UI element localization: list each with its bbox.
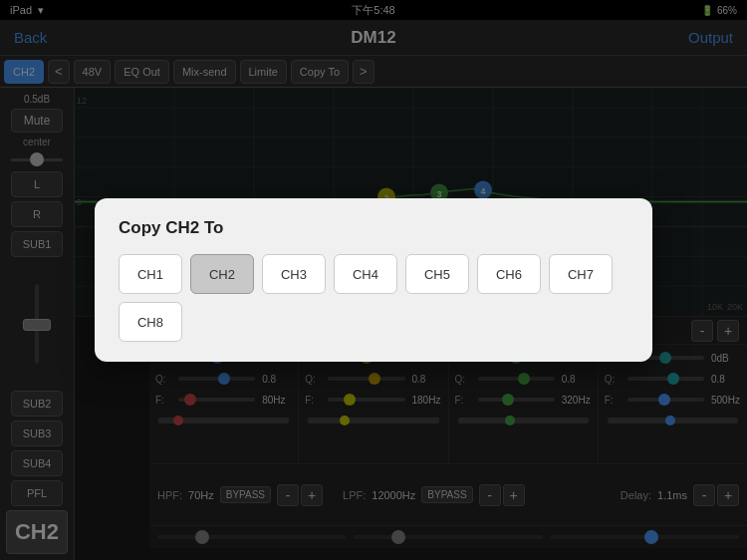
modal-ch2-btn[interactable]: CH2 [190,254,254,294]
modal-overlay[interactable]: Copy CH2 To CH1 CH2 CH3 CH4 CH5 CH6 CH7 … [0,0,747,560]
modal-ch3-btn[interactable]: CH3 [262,254,326,294]
copy-modal: Copy CH2 To CH1 CH2 CH3 CH4 CH5 CH6 CH7 … [95,198,652,362]
modal-ch8-btn[interactable]: CH8 [119,302,182,342]
modal-channels: CH1 CH2 CH3 CH4 CH5 CH6 CH7 CH8 [119,254,628,342]
modal-ch5-btn[interactable]: CH5 [405,254,469,294]
modal-ch7-btn[interactable]: CH7 [549,254,613,294]
modal-ch4-btn[interactable]: CH4 [334,254,397,294]
modal-ch1-btn[interactable]: CH1 [119,254,182,294]
modal-ch6-btn[interactable]: CH6 [477,254,541,294]
modal-title: Copy CH2 To [119,218,628,238]
